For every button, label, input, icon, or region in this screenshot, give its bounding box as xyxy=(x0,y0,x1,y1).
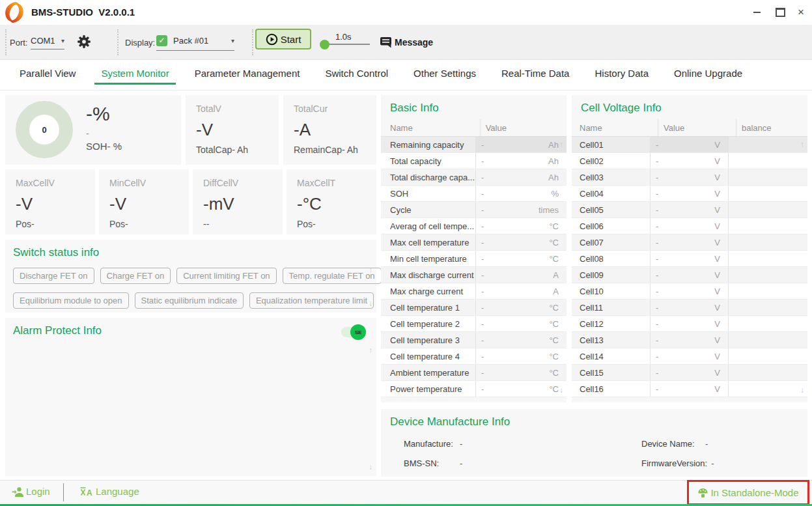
table-row-soh[interactable]: SOH-% xyxy=(381,186,567,202)
field-label: FirmwareVersion: xyxy=(641,458,707,468)
table-row-cell-temperature-4[interactable]: Cell temperature 4-°C xyxy=(381,348,567,365)
switch-status-charge-fet-on[interactable]: Charge FET on xyxy=(100,268,171,284)
minimize-button[interactable] xyxy=(746,0,768,25)
row-value: - xyxy=(656,270,658,280)
card-label: MaxCellV xyxy=(5,169,95,188)
slider-knob[interactable] xyxy=(320,40,329,49)
table-row-cell15[interactable]: Cell15-V xyxy=(572,365,807,381)
scroll-down-icon[interactable]: ↓ xyxy=(800,386,804,394)
table-row-cell06[interactable]: Cell06-V xyxy=(572,218,807,234)
table-row-cell01[interactable]: Cell01-V xyxy=(572,137,807,153)
table-row-cell04[interactable]: Cell04-V xyxy=(572,186,807,202)
row-name: Max cell temperature xyxy=(381,238,475,247)
table-row-cycle[interactable]: Cycle-times xyxy=(381,202,567,218)
switch-status-equilibrium-module-to-open[interactable]: Equilibrium module to open xyxy=(13,292,129,309)
table-row-cell-temperature-2[interactable]: Cell temperature 2-°C xyxy=(381,316,567,332)
tab-real-time-data[interactable]: Real-Time Data xyxy=(495,60,576,85)
table-row-min-cell-temperature[interactable]: Min cell temperature-°C xyxy=(381,251,567,267)
row-unit: V xyxy=(714,205,720,215)
field-value: - xyxy=(460,458,462,468)
scroll-up-icon[interactable]: ↑ xyxy=(369,266,372,274)
table-row-cell14[interactable]: Cell14-V xyxy=(572,348,807,365)
switch-status-current-limiting-fet-on[interactable]: Current limiting FET on xyxy=(176,268,276,284)
table-row-ambient-temperature[interactable]: Ambient temperature-°C xyxy=(381,365,567,381)
row-value: - xyxy=(656,221,658,231)
language-icon: A xyxy=(79,486,94,497)
row-name: Cell06 xyxy=(572,221,650,231)
tab-parallel-view[interactable]: Parallel View xyxy=(13,60,82,85)
table-row-total-discharge-capa[interactable]: Total discharge capa...-Ah xyxy=(381,169,567,186)
switch-status-temp-regulate-fet-on[interactable]: Temp. regulate FET on xyxy=(283,268,382,284)
table-row-averag-of-cell-tempe[interactable]: Averag of cell tempe...-°C xyxy=(381,218,567,234)
row-name: Cell11 xyxy=(572,303,650,313)
table-row-cell08[interactable]: Cell08-V xyxy=(572,251,807,267)
table-row-cell05[interactable]: Cell05-V xyxy=(572,202,807,218)
scroll-down-icon[interactable]: ↓ xyxy=(369,300,372,307)
tab-history-data[interactable]: History Data xyxy=(588,60,655,85)
row-unit: A xyxy=(553,270,559,280)
row-value: - xyxy=(481,140,484,150)
table-row-cell-temperature-3[interactable]: Cell temperature 3-°C xyxy=(381,332,567,348)
standalone-mode-button[interactable]: In Standalone-Mode xyxy=(697,487,798,498)
port-select[interactable]: COM1 ▾ xyxy=(31,33,64,49)
row-unit: V xyxy=(714,335,720,345)
row-value: - xyxy=(481,221,484,231)
scroll-down-icon[interactable]: ↓ xyxy=(559,386,563,394)
table-row-cell-temperature-1[interactable]: Cell temperature 1-°C xyxy=(381,300,567,316)
row-unit: °C xyxy=(549,254,559,264)
tab-parameter-management[interactable]: Parameter Management xyxy=(188,60,307,85)
row-name: Min cell temperature xyxy=(381,254,475,264)
login-button[interactable]: Login xyxy=(12,486,50,497)
table-row-max-discharge-current[interactable]: Max discharge current-A xyxy=(381,267,567,283)
row-unit: °C xyxy=(549,384,559,394)
row-balance xyxy=(728,267,807,283)
table-row-cell13[interactable]: Cell13-V xyxy=(572,332,807,348)
message-button[interactable]: Message xyxy=(380,36,433,48)
maxcellt-card: MaxCellT -°C Pos- xyxy=(287,169,376,234)
scroll-up-icon[interactable]: ↑ xyxy=(800,141,804,148)
maximize-button[interactable] xyxy=(769,0,791,25)
tab-online-upgrade[interactable]: Online Upgrade xyxy=(667,60,749,85)
table-row-cell10[interactable]: Cell10-V xyxy=(572,283,807,300)
table-row-max-charge-current[interactable]: Max charge current-A xyxy=(381,283,567,300)
table-row-cell12[interactable]: Cell12-V xyxy=(572,316,807,332)
scroll-up-icon[interactable]: ↑ xyxy=(559,141,563,148)
start-button[interactable]: Start xyxy=(255,29,311,49)
toggle-knob[interactable]: SE xyxy=(350,324,366,340)
row-value-cell: -V xyxy=(650,365,728,380)
pack-checkbox[interactable]: ✓ xyxy=(156,35,167,46)
scroll-down-icon[interactable]: ↓ xyxy=(369,463,372,471)
table-row-total-capacity[interactable]: Total capacity-Ah xyxy=(381,153,567,169)
row-unit: V xyxy=(714,270,720,280)
table-row-cell09[interactable]: Cell09-V xyxy=(572,267,807,283)
switch-status-discharge-fet-on[interactable]: Discharge FET on xyxy=(13,268,94,284)
settings-gear-icon[interactable] xyxy=(77,35,91,49)
pack-select[interactable]: ✓ Pack #01 ▾ xyxy=(156,31,234,51)
table-row-cell02[interactable]: Cell02-V xyxy=(572,153,807,169)
row-value: - xyxy=(481,156,484,166)
tab-switch-control[interactable]: Switch Control xyxy=(318,60,395,85)
row-value-cell: -°C xyxy=(475,218,567,234)
table-row-cell03[interactable]: Cell03-V xyxy=(572,169,807,186)
table-row-cell16[interactable]: Cell16-V xyxy=(572,381,807,397)
row-name: Cell temperature 1 xyxy=(381,303,475,313)
row-unit: Ah xyxy=(548,173,559,182)
language-button[interactable]: A Language xyxy=(79,486,139,497)
table-row-remaining-capacity[interactable]: Remaining capacity-Ah xyxy=(381,137,567,153)
table-row-cell07[interactable]: Cell07-V xyxy=(572,234,807,251)
table-row-max-cell-temperature[interactable]: Max cell temperature-°C xyxy=(381,234,567,251)
scroll-up-icon[interactable]: ↑ xyxy=(369,346,372,354)
tab-system-monitor[interactable]: System Monitor xyxy=(94,60,175,85)
close-button[interactable]: × xyxy=(790,0,812,25)
switch-status-equalization-temperature-limit[interactable]: Equalization temperature limit xyxy=(249,292,374,309)
alarm-se-toggle[interactable]: SE xyxy=(341,327,363,337)
table-row-cell11[interactable]: Cell11-V xyxy=(572,300,807,316)
switch-status-static-equilibrium-indicate[interactable]: Static equilibrium indicate xyxy=(135,292,244,309)
row-value: - xyxy=(656,189,658,199)
interval-slider[interactable]: 1.0s xyxy=(320,31,370,51)
tab-other-settings[interactable]: Other Settings xyxy=(407,60,483,85)
title-bar: BMS-STUDIO V2.0.0.1 × xyxy=(0,0,812,25)
row-name: Cell temperature 2 xyxy=(381,319,475,329)
table-row-power-temperature[interactable]: Power temperature-°C xyxy=(381,381,567,397)
row-unit: V xyxy=(714,287,720,296)
